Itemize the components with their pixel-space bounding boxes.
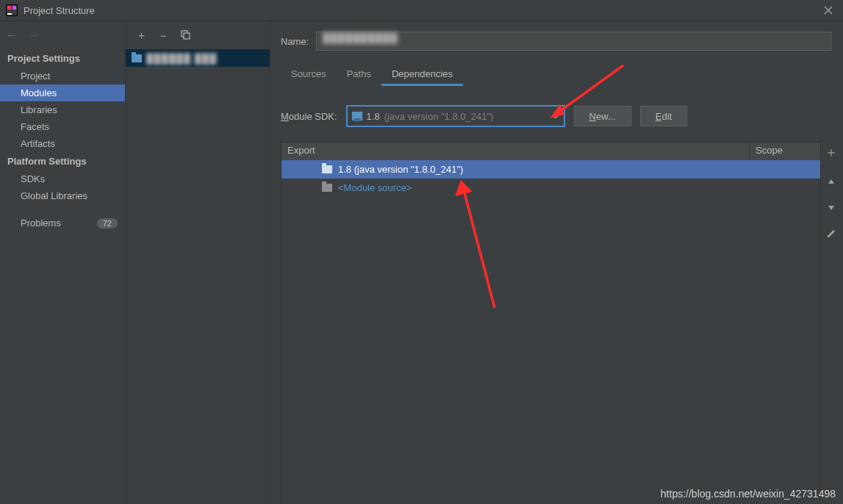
project-settings-header: Project Settings [0, 49, 125, 68]
module-tabs: Sources Paths Dependencies [281, 64, 842, 86]
svg-rect-6 [184, 33, 190, 39]
svg-rect-2 [7, 6, 11, 10]
table-row[interactable]: <Module source> [281, 179, 820, 197]
back-arrow-icon[interactable]: ← [6, 29, 18, 42]
main-panel: Name: ██████████ Sources Paths Dependenc… [270, 21, 843, 504]
module-sdk-dropdown[interactable]: 1.8 (java version "1.8.0_241") [346, 105, 565, 127]
dependencies-table: Export Scope 1.8 (java version "1.8.0_24… [281, 142, 821, 504]
name-value: ██████████ [323, 32, 398, 43]
sidebar: ← → Project Settings Project Modules Lib… [0, 21, 126, 504]
window-title: Project Structure [24, 5, 95, 16]
sidebar-item-facets[interactable]: Facets [0, 118, 125, 135]
table-row[interactable]: 1.8 (java version "1.8.0_241") [281, 160, 820, 179]
export-header[interactable]: Export [281, 143, 750, 160]
svg-rect-4 [7, 13, 12, 15]
sidebar-nav: ← → [0, 21, 125, 49]
svg-rect-3 [12, 6, 16, 10]
add-icon[interactable]: ＋ [136, 29, 147, 43]
jdk-folder-icon [322, 165, 332, 173]
tab-dependencies[interactable]: Dependencies [381, 64, 463, 86]
move-up-icon[interactable] [828, 176, 835, 187]
module-folder-icon [132, 54, 142, 62]
add-dependency-icon[interactable]: ＋ [825, 143, 838, 161]
close-icon[interactable] [821, 3, 836, 18]
dep-label: <Module source> [338, 182, 412, 193]
problems-count-badge: 72 [97, 218, 118, 228]
sdk-value-primary: 1.8 [367, 111, 380, 122]
name-label: Name: [281, 36, 309, 47]
edit-sdk-button[interactable]: Edit [640, 106, 687, 126]
source-folder-icon [322, 184, 332, 192]
sidebar-item-sdks[interactable]: SDKs [0, 170, 125, 187]
sidebar-item-artifacts[interactable]: Artifacts [0, 135, 125, 152]
tab-sources[interactable]: Sources [281, 64, 337, 86]
modules-toolbar: ＋ − [126, 21, 270, 49]
sidebar-item-modules[interactable]: Modules [0, 84, 125, 101]
sdk-value-detail: (java version "1.8.0_241") [384, 111, 494, 122]
remove-icon[interactable]: − [160, 29, 167, 42]
new-sdk-button[interactable]: New... [574, 106, 631, 126]
scope-header[interactable]: Scope [750, 143, 820, 160]
watermark: https://blog.csdn.net/weixin_42731498 [661, 488, 836, 500]
tab-paths[interactable]: Paths [337, 64, 381, 86]
move-down-icon[interactable] [828, 202, 835, 214]
modules-column: ＋ − ██████ ███ [126, 21, 270, 504]
sidebar-item-project[interactable]: Project [0, 68, 125, 84]
sidebar-item-libraries[interactable]: Libraries [0, 101, 125, 118]
platform-settings-header: Platform Settings [0, 152, 125, 170]
forward-arrow-icon[interactable]: → [28, 29, 40, 42]
dependencies-side-tools: ＋ [821, 142, 842, 504]
sidebar-item-global-libraries[interactable]: Global Libraries [0, 187, 125, 204]
module-row[interactable]: ██████ ███ [126, 49, 270, 67]
problems-label: Problems [21, 217, 61, 228]
app-icon [6, 4, 18, 16]
chevron-down-icon [552, 112, 559, 123]
sidebar-item-problems[interactable]: Problems 72 [0, 215, 125, 231]
module-sdk-label: Module SDK: [281, 111, 337, 122]
name-input[interactable]: ██████████ [316, 32, 831, 51]
dependencies-header: Export Scope [281, 143, 820, 160]
sdk-disk-icon [352, 112, 362, 120]
dep-label: 1.8 (java version "1.8.0_241") [338, 164, 463, 175]
titlebar: Project Structure [0, 0, 843, 21]
copy-icon[interactable] [180, 29, 190, 42]
edit-dependency-icon[interactable] [826, 228, 836, 241]
module-name: ██████ ███ [146, 53, 218, 64]
